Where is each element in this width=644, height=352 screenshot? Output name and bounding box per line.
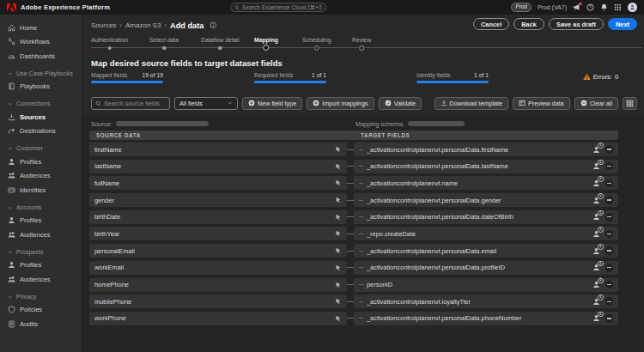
preview-data-button[interactable]: Preview data xyxy=(513,97,570,110)
remove-mapping-button[interactable] xyxy=(605,246,614,255)
clear-all-button[interactable]: Clear all xyxy=(574,97,618,110)
map-field-icon[interactable] xyxy=(335,230,342,237)
sidebar-item-sources[interactable]: Sources xyxy=(0,110,82,124)
cancel-button[interactable]: Cancel xyxy=(473,18,509,30)
target-field-cell[interactable]: _activationcontrolplanenvt.name1 xyxy=(354,176,618,190)
source-field-search-input[interactable] xyxy=(104,100,166,107)
map-field-icon[interactable] xyxy=(335,163,342,170)
global-search[interactable] xyxy=(230,3,326,12)
source-field-cell[interactable]: firstName xyxy=(89,143,347,156)
step-scheduling[interactable]: Scheduling xyxy=(302,37,331,43)
target-field-cell[interactable]: personID1 xyxy=(354,278,618,292)
source-field-cell[interactable]: workEmail xyxy=(89,261,347,275)
identity-count-icon[interactable]: 1 xyxy=(592,281,600,288)
breadcrumb-amazon-s3[interactable]: Amazon S3 xyxy=(125,21,161,29)
map-field-icon[interactable] xyxy=(335,264,342,271)
save-as-draft-button[interactable]: Save as draft xyxy=(549,18,604,30)
identity-count-icon[interactable]: 1 xyxy=(592,213,600,221)
remove-mapping-button[interactable] xyxy=(605,281,614,289)
sidebar-item-workflows[interactable]: Workflows xyxy=(0,35,82,50)
user-avatar[interactable] xyxy=(628,3,637,12)
source-field-cell[interactable]: personalEmail xyxy=(89,244,347,258)
source-field-cell[interactable]: homePhone xyxy=(89,278,347,292)
announcements-icon[interactable] xyxy=(573,3,580,11)
global-search-input[interactable] xyxy=(242,4,322,10)
remove-mapping-button[interactable] xyxy=(605,196,614,204)
source-field-cell[interactable]: mobilePhone xyxy=(89,294,347,308)
org-name[interactable]: Prod (VA7) xyxy=(538,4,567,10)
breadcrumb-sources[interactable]: Sources xyxy=(91,21,116,29)
map-field-icon[interactable] xyxy=(335,298,342,305)
map-field-icon[interactable] xyxy=(335,247,342,254)
identity-count-icon[interactable]: 1 xyxy=(592,264,600,271)
remove-mapping-button[interactable] xyxy=(605,179,614,188)
map-field-icon[interactable] xyxy=(335,315,342,322)
sidebar-item-home[interactable]: Home xyxy=(0,21,82,35)
target-field-cell[interactable]: _activationcontrolplanenvt.personalData.… xyxy=(354,160,618,173)
remove-mapping-button[interactable] xyxy=(605,264,614,272)
sidebar-item-identities[interactable]: Identities xyxy=(0,183,82,197)
target-field-cell[interactable]: _activationcontrolplanenvt.personalData.… xyxy=(354,143,618,156)
source-field-search[interactable] xyxy=(91,97,170,110)
apps-grid-icon[interactable] xyxy=(614,3,622,11)
identity-count-icon[interactable]: 1 xyxy=(592,197,600,204)
target-field-cell[interactable]: _activationcontrolplanenvt.personalData.… xyxy=(354,261,618,275)
sidebar-group-accounts[interactable]: Accounts xyxy=(0,202,82,214)
target-field-cell[interactable]: _activationcontrolplanenvt.personalData.… xyxy=(354,210,618,224)
info-icon[interactable] xyxy=(210,21,217,29)
source-field-cell[interactable]: fullName xyxy=(89,176,347,190)
target-field-cell[interactable]: _activationcontrolplanenvt.personalData.… xyxy=(354,244,618,258)
sidebar-group-customer[interactable]: Customer xyxy=(0,143,82,155)
import-mappings-button[interactable]: Import mappings xyxy=(307,97,374,110)
source-field-cell[interactable]: lastName xyxy=(89,160,347,173)
map-field-icon[interactable] xyxy=(335,146,342,153)
sidebar-item-audits[interactable]: Audits xyxy=(0,317,82,331)
target-field-cell[interactable]: _activationcontrolplanenvt.personalData.… xyxy=(354,193,618,207)
step-mapping[interactable]: Mapping xyxy=(254,37,278,43)
sidebar-item-dashboards[interactable]: Dashboards xyxy=(0,49,82,64)
validate-button[interactable]: Validate xyxy=(379,97,422,110)
sidebar-item-profiles[interactable]: Profiles xyxy=(0,214,82,228)
remove-mapping-button[interactable] xyxy=(605,162,614,171)
grid-view-button[interactable] xyxy=(623,97,637,110)
sidebar-item-audiences[interactable]: Audiences xyxy=(0,272,82,287)
remove-mapping-button[interactable] xyxy=(605,297,614,306)
identity-count-icon[interactable]: 1 xyxy=(592,230,600,238)
new-field-type-button[interactable]: New field type xyxy=(242,97,302,110)
sidebar-group-privacy[interactable]: Privacy xyxy=(0,291,82,303)
help-icon[interactable]: ? xyxy=(586,3,594,11)
map-field-icon[interactable] xyxy=(335,214,342,221)
step-select-data[interactable]: Select data xyxy=(149,37,179,43)
map-field-icon[interactable] xyxy=(335,197,342,203)
remove-mapping-button[interactable] xyxy=(605,230,614,239)
map-field-icon[interactable] xyxy=(335,179,342,186)
source-field-cell[interactable]: birthDate xyxy=(89,210,347,224)
source-field-cell[interactable]: birthYear xyxy=(89,227,347,240)
identity-count-icon[interactable]: 1 xyxy=(592,162,600,170)
sidebar-item-audiences[interactable]: Audiences xyxy=(0,169,82,184)
remove-mapping-button[interactable] xyxy=(605,145,614,154)
sidebar-group-connections[interactable]: Connections xyxy=(0,98,82,110)
sidebar-item-destinations[interactable]: Destinations xyxy=(0,124,82,139)
sidebar-group-use-case-playbooks[interactable]: Use Case Playbooks xyxy=(0,68,82,80)
identity-count-icon[interactable]: 1 xyxy=(592,314,600,322)
sidebar-item-policies[interactable]: Policies xyxy=(0,303,82,318)
step-authentication[interactable]: Authentication xyxy=(91,37,128,43)
target-field-cell[interactable]: _repo.createDate1 xyxy=(354,227,618,240)
source-field-cell[interactable]: workPhone xyxy=(89,312,347,325)
identity-count-icon[interactable]: 1 xyxy=(592,146,600,154)
field-filter-dropdown[interactable]: All fields xyxy=(174,97,238,110)
notifications-bell-icon[interactable] xyxy=(600,3,608,11)
target-field-cell[interactable]: _activationcontrolplanenvt.loyaltyTier1 xyxy=(354,294,618,308)
identity-count-icon[interactable]: 1 xyxy=(592,179,600,187)
remove-mapping-button[interactable] xyxy=(605,213,614,222)
map-field-icon[interactable] xyxy=(335,282,342,288)
step-dataflow-detail[interactable]: Dataflow detail xyxy=(201,37,240,43)
sidebar-item-profiles[interactable]: Profiles xyxy=(0,258,82,273)
step-review[interactable]: Review xyxy=(352,37,371,43)
remove-mapping-button[interactable] xyxy=(605,314,614,323)
identity-count-icon[interactable]: 1 xyxy=(592,298,600,306)
sidebar-group-prospects[interactable]: Prospects xyxy=(0,246,82,258)
sidebar-item-profiles[interactable]: Profiles xyxy=(0,155,82,169)
sidebar-item-audiences[interactable]: Audiences xyxy=(0,228,82,242)
